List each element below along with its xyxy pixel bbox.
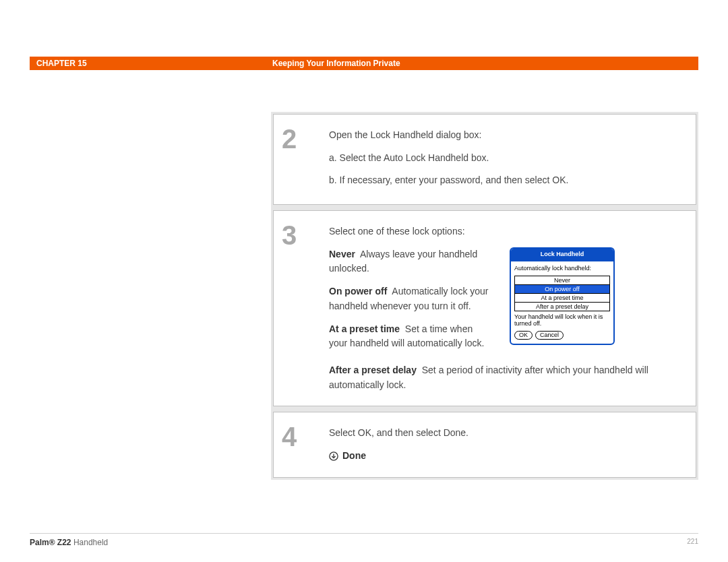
step-4-text: Select OK, and then select Done.: [329, 426, 681, 441]
term-power-off: On power off: [329, 286, 387, 296]
dialog-option-power-off[interactable]: On power off: [515, 285, 609, 294]
chapter-label: CHAPTER 15: [30, 59, 272, 68]
chapter-header-bar: CHAPTER 15 Keeping Your Information Priv…: [30, 57, 698, 70]
term-never: Never: [329, 249, 355, 259]
step-3-intro: Select one of these lock options:: [329, 224, 681, 239]
step-4: 4 Select OK, and then select Done. Done: [273, 412, 696, 477]
dialog-ok-button[interactable]: OK: [514, 331, 533, 340]
dialog-note: Your handheld will lock when it is turne…: [514, 313, 610, 327]
step-body: Select OK, and then select Done. Done: [329, 422, 681, 463]
step-number: 2: [282, 124, 329, 152]
term-preset-time: At a preset time: [329, 323, 400, 334]
lock-options-text: Never Always leave your handheld unlocke…: [329, 247, 491, 359]
footer-brand: Palm® Z22 Handheld: [30, 538, 108, 547]
step-3-columns: Never Always leave your handheld unlocke…: [329, 247, 681, 359]
step-2-a: a. Select the Auto Lock Handheld box.: [329, 151, 681, 166]
done-indicator: Done: [329, 449, 681, 464]
dialog-buttons: OK Cancel: [514, 331, 610, 340]
term-preset-delay: After a preset delay: [329, 365, 417, 375]
step-body: Open the Lock Handheld dialog box: a. Se…: [329, 124, 681, 191]
option-power-off: On power off Automatically lock your han…: [329, 284, 491, 313]
step-2-b: b. If necessary, enter your password, an…: [329, 173, 681, 188]
dialog-option-preset-time[interactable]: At a preset time: [515, 294, 609, 303]
step-body: Select one of these lock options: Never …: [329, 220, 681, 392]
page-number: 221: [687, 538, 698, 547]
lock-handheld-dialog: Lock Handheld Automatically lock handhel…: [510, 247, 615, 346]
step-number: 4: [282, 422, 329, 450]
option-preset-delay: After a preset delay Set a period of ina…: [329, 363, 681, 392]
dialog-option-list: Never On power off At a preset time Afte…: [514, 276, 610, 311]
step-2: 2 Open the Lock Handheld dialog box: a. …: [273, 114, 696, 205]
step-3: 3 Select one of these lock options: Neve…: [273, 210, 696, 406]
dialog-option-preset-delay[interactable]: After a preset delay: [515, 303, 609, 311]
dialog-body: Automatically lock handheld: Never On po…: [511, 261, 613, 344]
steps-container: 2 Open the Lock Handheld dialog box: a. …: [271, 112, 698, 480]
page-footer: Palm® Z22 Handheld 221: [30, 533, 698, 547]
dialog-cancel-button[interactable]: Cancel: [535, 331, 564, 340]
step-2-intro: Open the Lock Handheld dialog box:: [329, 128, 681, 143]
dialog-label: Automatically lock handheld:: [514, 264, 610, 274]
option-never: Never Always leave your handheld unlocke…: [329, 247, 491, 276]
chapter-title: Keeping Your Information Private: [272, 59, 400, 68]
done-label: Done: [342, 449, 366, 464]
dialog-option-never[interactable]: Never: [515, 276, 609, 285]
down-arrow-icon: [329, 451, 338, 461]
footer-brand-bold: Palm® Z22: [30, 538, 71, 547]
option-preset-time: At a preset time Set a time when your ha…: [329, 322, 491, 351]
footer-brand-rest: Handheld: [71, 538, 109, 547]
step-number: 3: [282, 220, 329, 249]
dialog-title: Lock Handheld: [511, 249, 613, 261]
